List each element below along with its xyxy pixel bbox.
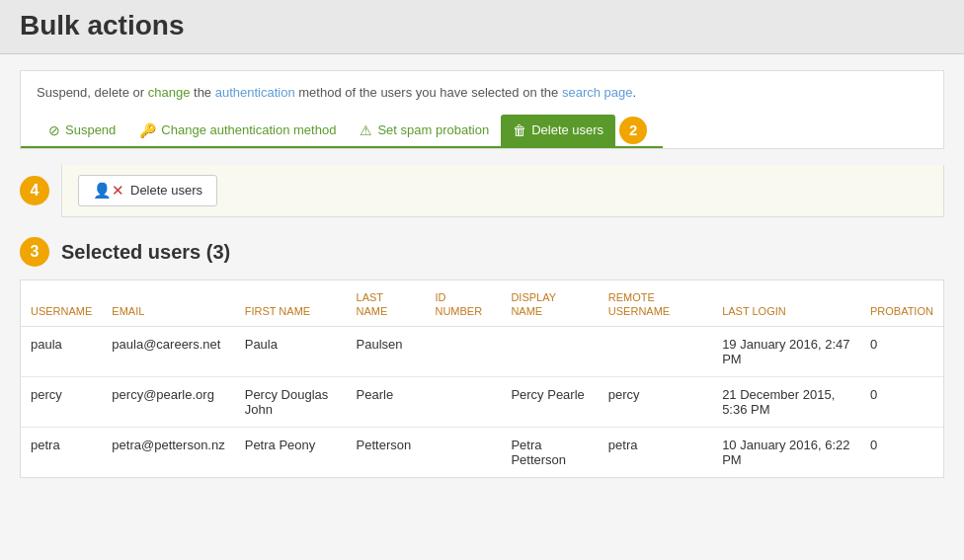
delete-icon: 🗑 (513, 122, 526, 138)
tab-badge: 2 (619, 117, 647, 144)
step-badge-3: 3 (20, 237, 49, 267)
col-last-name: LAST NAME (347, 280, 426, 327)
cell-row0-col4 (425, 327, 501, 377)
table-row: percypercy@pearle.orgPercy Douglas JohnP… (21, 377, 943, 428)
info-box: Suspend, delete or change the authentica… (20, 70, 944, 149)
step-badge-4: 4 (20, 176, 49, 205)
cell-row2-col2: Petra Peony (235, 428, 347, 478)
tabs-bar: ⊘ Suspend 🔑 Change authentication method… (21, 115, 663, 148)
tab-delete[interactable]: 🗑 Delete users (501, 115, 615, 146)
col-display-name: DISPLAY NAME (501, 280, 598, 327)
info-text: Suspend, delete or change the authentica… (37, 83, 927, 103)
tab-suspend[interactable]: ⊘ Suspend (37, 115, 127, 146)
cell-row1-col4 (425, 377, 501, 428)
cell-row2-col7: 10 January 2016, 6:22 PM (712, 428, 860, 478)
cell-row2-col0: petra (21, 428, 102, 478)
tab-change-auth[interactable]: 🔑 Change authentication method (127, 115, 348, 146)
user-x-icon: 👤✕ (93, 182, 124, 200)
cell-row0-col5 (501, 327, 598, 377)
page-header: Bulk actions (0, 0, 964, 54)
tab-spam[interactable]: ⚠ Set spam probation (348, 115, 501, 146)
cell-row0-col0: paula (21, 327, 102, 377)
suspend-icon: ⊘ (48, 122, 60, 138)
col-first-name: FIRST NAME (235, 280, 347, 327)
users-table-container: USERNAME EMAIL FIRST NAME LAST NAME ID N… (20, 280, 944, 479)
delete-users-button[interactable]: 👤✕ Delete users (78, 175, 217, 206)
cell-row2-col8: 0 (860, 428, 943, 478)
cell-row1-col2: Percy Douglas John (235, 377, 347, 428)
spam-icon: ⚠ (360, 122, 372, 138)
cell-row2-col1: petra@petterson.nz (102, 428, 234, 478)
cell-row2-col5: Petra Petterson (501, 428, 598, 478)
cell-row1-col8: 0 (860, 377, 943, 428)
cell-row1-col5: Percy Pearle (501, 377, 598, 428)
table-row: petrapetra@petterson.nzPetra PeonyPetter… (21, 428, 943, 478)
table-row: paulapaula@careers.netPaulaPaulsen19 Jan… (21, 327, 943, 377)
cell-row0-col7: 19 January 2016, 2:47 PM (712, 327, 860, 377)
col-id-number: ID NUMBER (425, 280, 501, 327)
cell-row0-col2: Paula (235, 327, 347, 377)
cell-row0-col8: 0 (860, 327, 943, 377)
cell-row1-col1: percy@pearle.org (102, 377, 234, 428)
col-email: EMAIL (102, 280, 234, 327)
selected-section: 3 Selected users (3) (20, 237, 944, 268)
cell-row2-col6: petra (599, 428, 712, 478)
cell-row1-col0: percy (21, 377, 102, 428)
cell-row0-col1: paula@careers.net (102, 327, 234, 377)
cell-row1-col3: Pearle (347, 377, 426, 428)
col-remote-username: REMOTE USERNAME (599, 280, 712, 327)
cell-row1-col6: percy (599, 377, 712, 428)
cell-row2-col3: Petterson (347, 428, 426, 478)
cell-row2-col4 (425, 428, 501, 478)
table-header-row: USERNAME EMAIL FIRST NAME LAST NAME ID N… (21, 280, 943, 327)
page-title: Bulk actions (20, 10, 944, 41)
cell-row0-col6 (599, 327, 712, 377)
cell-row0-col3: Paulsen (347, 327, 426, 377)
cell-row1-col7: 21 December 2015, 5:36 PM (712, 377, 860, 428)
col-last-login: LAST LOGIN (712, 280, 860, 327)
change-auth-icon: 🔑 (139, 122, 156, 138)
action-row: 👤✕ Delete users (61, 165, 944, 217)
selected-title: Selected users (3) (61, 237, 230, 268)
users-table: USERNAME EMAIL FIRST NAME LAST NAME ID N… (21, 280, 943, 478)
col-username: USERNAME (21, 280, 102, 327)
col-probation: PROBATION (860, 280, 943, 327)
